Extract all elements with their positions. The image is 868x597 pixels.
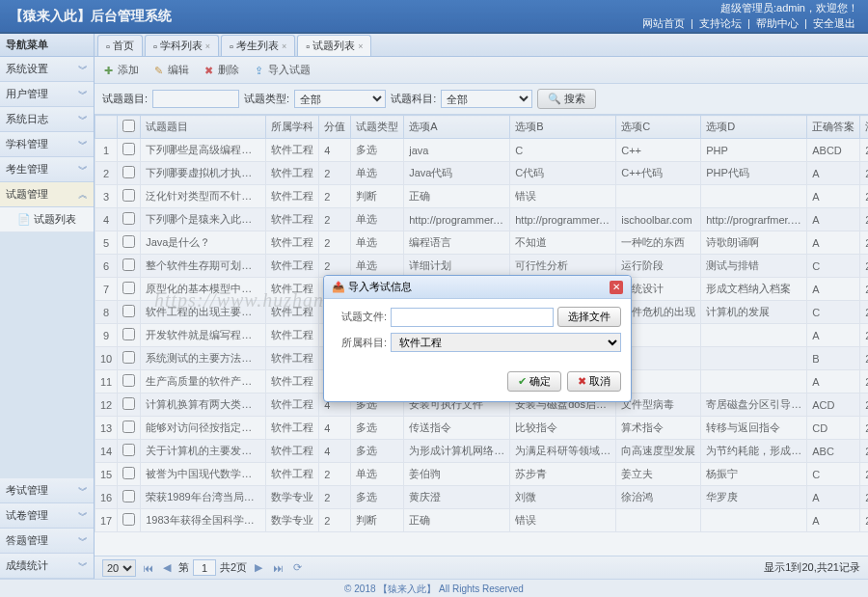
check-icon: ✔ (518, 375, 527, 388)
cancel-button[interactable]: ✖取消 (567, 371, 621, 392)
upload-icon: 📤 (332, 281, 345, 292)
import-dialog: 📤 导入考试信息 ✕ 试题文件: 选择文件 所属科目: 软件工程 ✔确定 ✖取消 (323, 275, 632, 402)
file-input[interactable] (391, 308, 554, 327)
subject-select[interactable]: 软件工程 (391, 333, 621, 352)
subject-label: 所属科目: (334, 336, 387, 350)
file-label: 试题文件: (334, 310, 387, 324)
dialog-titlebar[interactable]: 📤 导入考试信息 ✕ (324, 276, 631, 299)
choose-file-button[interactable]: 选择文件 (557, 307, 621, 327)
cancel-icon: ✖ (578, 375, 586, 388)
close-icon[interactable]: ✕ (610, 281, 623, 294)
ok-button[interactable]: ✔确定 (507, 371, 561, 392)
